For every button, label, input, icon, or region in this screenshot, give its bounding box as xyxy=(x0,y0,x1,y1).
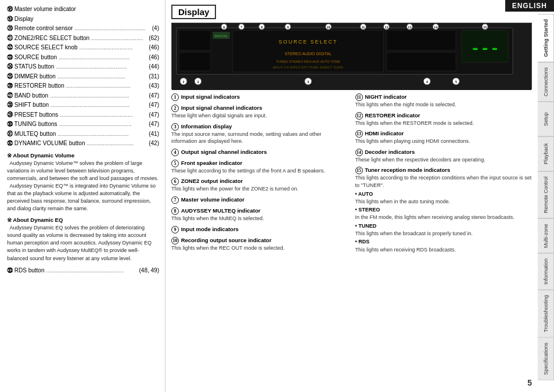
svg-text:STEREO  AUDIO  DIGITAL: STEREO AUDIO DIGITAL xyxy=(285,52,332,56)
list-item: ㉑ ZONE2/REC SELECT button ..............… xyxy=(7,34,159,43)
svg-text:5: 5 xyxy=(455,80,457,84)
svg-text:10: 10 xyxy=(327,26,330,29)
desc-item-7: 7 Master volume indicator xyxy=(171,196,348,204)
list-item: ㉒ SOURCE SELECT knob ...................… xyxy=(7,43,159,52)
list-item: ㉕ DIMMER button ........................… xyxy=(7,72,159,81)
list-item: ㉘ SHIFT button .........................… xyxy=(7,100,159,110)
svg-text:1: 1 xyxy=(182,80,185,84)
desc-item-10: 10 Recording output source indicator Thi… xyxy=(171,236,348,252)
desc-item-6: 6 ZONE2 output indicator This lights whe… xyxy=(171,177,348,193)
svg-text:4: 4 xyxy=(426,80,429,84)
desc-col-left: 1 Input signal indicators 2 Input signal… xyxy=(171,93,348,256)
svg-rect-12 xyxy=(386,52,456,71)
sidebar-tab-remote-control[interactable]: Remote Control xyxy=(538,171,554,218)
svg-rect-11 xyxy=(386,30,456,51)
desc-item-9: 9 Input mode indicators xyxy=(171,225,348,233)
list-item: ㉜ DYNAMIC VOLUME button ................… xyxy=(7,139,159,148)
svg-text:9: 9 xyxy=(287,26,289,29)
list-item: ⑲ Display xyxy=(7,15,159,24)
svg-text:DIGITAL: DIGITAL xyxy=(214,34,228,38)
desc-col-right: 11 NIGHT indicator This lights when the … xyxy=(355,93,533,256)
desc-item-12: 12 RESTORER indicator This lights when t… xyxy=(355,112,533,127)
svg-text:12: 12 xyxy=(384,26,388,29)
desc-item-4: 4 Output signal channel indicators xyxy=(171,148,348,156)
list-item: ㉔ STATUS button ........................… xyxy=(7,62,159,71)
desc-item-8: 8 AUDYSSEY MULTEQ indicator This lights … xyxy=(171,207,348,222)
svg-text:15: 15 xyxy=(483,26,487,29)
desc-item-5: 5 Front speaker indicator These light ac… xyxy=(171,159,348,175)
list-item: ㉓ SOURCE button ........................… xyxy=(7,53,159,62)
list-item: ⑱ Master volume indicator xyxy=(7,5,159,14)
svg-text:SOURCE SELECT: SOURCE SELECT xyxy=(279,39,338,45)
svg-rect-3 xyxy=(179,52,211,71)
list-item: ㉗ BAND button ..........................… xyxy=(7,91,159,100)
sidebar-tab-getting-started[interactable]: Getting Started xyxy=(538,14,554,62)
svg-text:8: 8 xyxy=(261,26,262,29)
display-title: Display xyxy=(171,5,216,19)
sidebar-tab-information[interactable]: Information xyxy=(538,253,554,290)
note-dynamic-volume: ※ About Dynamic Volume Audyssey Dynamic … xyxy=(7,152,159,213)
desc-item-13: 13 HDMI indicator This lights when playi… xyxy=(355,130,533,145)
list-item: ⑳ Remote control sensor ................… xyxy=(7,24,159,33)
main-content: ⑱ Master volume indicator ⑲ Display ⑳ Re… xyxy=(0,0,538,392)
desc-item-14: 14 Decoder indicators These light when t… xyxy=(355,148,533,164)
list-item-rds: ㉝ RDS button ...........................… xyxy=(7,266,159,275)
sidebar-tabs: Getting Started Connections Setup Playba… xyxy=(538,0,554,392)
desc-item-15: 15 Tuner reception mode indicators This … xyxy=(355,166,533,253)
left-column: ⑱ Master volume indicator ⑲ Display ⑳ Re… xyxy=(0,0,166,392)
svg-text:MULTI CH  INPUT  EXT  PURE  DI: MULTI CH INPUT EXT PURE DIRECT SURR xyxy=(273,66,344,69)
sidebar-tab-connections[interactable]: Connections xyxy=(538,62,554,102)
svg-text:---: --- xyxy=(470,40,499,58)
list-item: ㉛ MULTEQ button ........................… xyxy=(7,130,159,139)
svg-text:TUNED  STEREO  RDS  AUX  AUTO : TUNED STEREO RDS AUX AUTO TONE xyxy=(276,60,340,63)
note-dynamic-eq: ※ About Dynamic EQ Audyssey Dynamic EQ s… xyxy=(7,216,159,262)
svg-text:3: 3 xyxy=(307,80,310,84)
right-column: Display DIGITAL SOURCE SELECT STEREO AUD… xyxy=(166,0,538,392)
sidebar-tab-specifications[interactable]: Specifications xyxy=(538,337,554,380)
sidebar-tab-playback[interactable]: Playback xyxy=(538,136,554,171)
display-descriptions: 1 Input signal indicators 2 Input signal… xyxy=(171,93,532,256)
svg-text:2: 2 xyxy=(197,80,199,84)
desc-item-1: 1 Input signal indicators xyxy=(171,93,348,101)
sidebar-tab-multi-zone[interactable]: Multi-zone xyxy=(538,218,554,253)
svg-text:7: 7 xyxy=(240,26,242,29)
svg-text:14: 14 xyxy=(434,26,437,29)
display-image: DIGITAL SOURCE SELECT STEREO AUDIO DIGIT… xyxy=(171,23,532,89)
svg-text:13: 13 xyxy=(408,26,411,29)
desc-item-2: 2 Input signal channel indicators These … xyxy=(171,104,348,120)
svg-text:6: 6 xyxy=(223,26,225,29)
svg-rect-2 xyxy=(179,30,211,51)
sidebar-tab-troubleshooting[interactable]: Troubleshooting xyxy=(538,290,554,337)
desc-item-11: 11 NIGHT indicator This lights when the … xyxy=(355,93,533,109)
desc-item-3: 3 Information display The input source n… xyxy=(171,123,348,145)
list-item: ㉖ RESTORER button ......................… xyxy=(7,81,159,91)
sidebar-tab-setup[interactable]: Setup xyxy=(538,102,554,136)
svg-text:11: 11 xyxy=(362,26,365,29)
list-item: ㉙ PRESET buttons .......................… xyxy=(7,110,159,120)
list-item: ㉚ TUNING buttons .......................… xyxy=(7,120,159,129)
